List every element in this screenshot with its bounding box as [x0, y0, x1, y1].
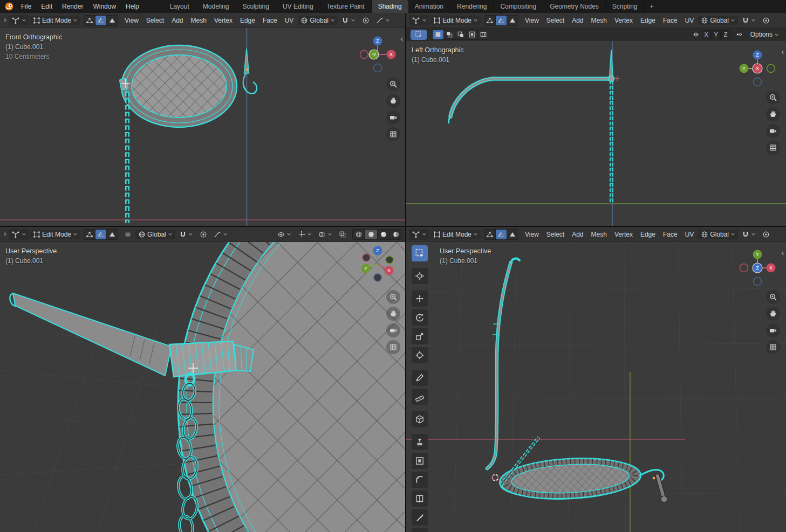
- gizmo-neg-x-ball[interactable]: [740, 264, 748, 272]
- snap-base-button[interactable]: [733, 30, 746, 39]
- mode-select-dropdown[interactable]: Edit Mode: [30, 16, 80, 25]
- monocle-hook-mesh[interactable]: [243, 49, 257, 94]
- menu-view[interactable]: View: [522, 16, 542, 25]
- select-intersect-button[interactable]: [478, 30, 489, 39]
- select-extend-button[interactable]: [444, 30, 455, 39]
- scene-front-ortho[interactable]: [0, 28, 405, 226]
- menu-select[interactable]: Select: [543, 230, 568, 239]
- rendered-shading-button[interactable]: [390, 230, 402, 239]
- menu-vertex[interactable]: Vertex: [211, 16, 236, 25]
- proportional-editing-button[interactable]: [359, 16, 372, 25]
- poly-build-tool[interactable]: [412, 528, 428, 532]
- menu-view[interactable]: View: [522, 230, 542, 239]
- editor-type-button[interactable]: [409, 229, 429, 240]
- camera-view-button[interactable]: [766, 124, 780, 138]
- tab-modeling[interactable]: Modeling: [196, 0, 236, 13]
- toggle-ortho-button[interactable]: [386, 340, 400, 354]
- vertex-select-button[interactable]: [484, 230, 495, 239]
- material-preview-button[interactable]: [378, 230, 389, 239]
- menu-uv[interactable]: UV: [682, 16, 698, 25]
- n-panel-toggle-icon[interactable]: [780, 251, 785, 256]
- face-select-button[interactable]: [107, 16, 118, 25]
- menu-add[interactable]: Add: [168, 16, 186, 25]
- monocle-lens-mesh[interactable]: [178, 242, 405, 532]
- hinge-mesh[interactable]: [609, 76, 614, 82]
- hinge-mesh[interactable]: [119, 78, 128, 90]
- region-expand-icon[interactable]: [3, 232, 8, 237]
- temple-arm-mesh[interactable]: [448, 79, 610, 123]
- menu-uv[interactable]: UV: [682, 230, 698, 239]
- visibility-dropdown[interactable]: [275, 230, 294, 239]
- edge-select-button[interactable]: [496, 230, 507, 239]
- scale-tool[interactable]: [412, 328, 428, 344]
- navigation-gizmo[interactable]: Z Y X: [737, 49, 777, 88]
- wireframe-shading-button[interactable]: [353, 230, 365, 239]
- rotate-tool[interactable]: [412, 309, 428, 326]
- menu-vertex[interactable]: Vertex: [611, 16, 636, 25]
- scene-user-persp-closeup[interactable]: [0, 242, 405, 532]
- add-cube-tool[interactable]: [412, 411, 428, 427]
- navigation-gizmo[interactable]: Z X -Y: [358, 34, 398, 74]
- zoom-button[interactable]: [386, 77, 400, 91]
- menu-mesh[interactable]: Mesh: [588, 16, 610, 25]
- extrude-region-tool[interactable]: [412, 434, 428, 450]
- navigation-gizmo[interactable]: Z X Y: [358, 244, 398, 284]
- tab-animation[interactable]: Animation: [408, 0, 450, 13]
- face-select-button[interactable]: [507, 230, 518, 239]
- measure-tool[interactable]: [412, 389, 428, 405]
- options-dropdown[interactable]: Options: [748, 30, 782, 39]
- face-select-button[interactable]: [107, 230, 118, 239]
- gizmo-neg-z-ball[interactable]: [374, 64, 382, 72]
- move-tool[interactable]: [412, 291, 428, 307]
- mode-select-dropdown[interactable]: Edit Mode: [30, 230, 80, 239]
- pan-button[interactable]: [766, 307, 780, 321]
- selected-vertex[interactable]: [246, 68, 249, 71]
- menu-select[interactable]: Select: [543, 16, 568, 25]
- overlays-dropdown[interactable]: [316, 230, 335, 239]
- active-tool-button[interactable]: [411, 30, 427, 40]
- gizmo-neg-z-ball[interactable]: [754, 278, 762, 286]
- tweak-select-tool[interactable]: [412, 245, 428, 261]
- knife-tool[interactable]: [412, 509, 428, 526]
- edge-select-button[interactable]: [95, 16, 106, 25]
- edge-select-button[interactable]: [95, 230, 106, 239]
- viewport-canvas[interactable]: Front Orthographic (1) Cube.001 10 Centi…: [0, 28, 405, 226]
- menu-mesh[interactable]: Mesh: [588, 230, 610, 239]
- mirror-z-button[interactable]: Z: [721, 30, 730, 39]
- menu-uv[interactable]: UV: [282, 16, 297, 25]
- inset-faces-tool[interactable]: [412, 453, 428, 469]
- tab-geometry-nodes[interactable]: Geometry Nodes: [543, 0, 606, 13]
- camera-view-button[interactable]: [386, 323, 400, 337]
- mirror-y-button[interactable]: Y: [712, 30, 721, 39]
- monocle-lens-mesh[interactable]: [121, 45, 237, 127]
- menu-face[interactable]: Face: [660, 230, 681, 239]
- tab-rendering[interactable]: Rendering: [450, 0, 494, 13]
- menu-vertex[interactable]: Vertex: [611, 230, 636, 239]
- tab-compositing[interactable]: Compositing: [494, 0, 543, 13]
- orientation-dropdown[interactable]: Global: [135, 230, 175, 239]
- proportional-editing-button[interactable]: [760, 16, 773, 25]
- gizmo-neg-y-ball[interactable]: [386, 256, 393, 264]
- mirror-x-button[interactable]: X: [702, 30, 711, 39]
- temple-arm-mesh[interactable]: [10, 293, 172, 376]
- menu-face[interactable]: Face: [259, 16, 281, 25]
- n-panel-toggle-icon[interactable]: [780, 50, 785, 55]
- gizmo-neg-z-ball[interactable]: [754, 78, 762, 86]
- zoom-button[interactable]: [386, 290, 400, 304]
- camera-view-button[interactable]: [766, 323, 780, 337]
- menu-file[interactable]: File: [16, 0, 36, 13]
- vertex-select-button[interactable]: [84, 16, 95, 25]
- selected-vertex[interactable]: [653, 477, 655, 480]
- navigation-gizmo[interactable]: Y X Z: [737, 248, 777, 288]
- vertex-select-button[interactable]: [484, 16, 495, 25]
- orientation-dropdown[interactable]: Global: [698, 230, 738, 239]
- cursor-tool[interactable]: [412, 268, 428, 284]
- blender-logo[interactable]: [4, 2, 14, 11]
- menu-edge[interactable]: Edge: [237, 16, 258, 25]
- zoom-button[interactable]: [766, 290, 780, 304]
- proportional-editing-button[interactable]: [760, 230, 773, 239]
- menu-window[interactable]: Window: [88, 0, 121, 13]
- viewport-canvas[interactable]: Left Orthographic (1) Cube.001 Z Y X: [406, 41, 786, 226]
- pan-button[interactable]: [386, 94, 400, 108]
- select-set-button[interactable]: [433, 30, 443, 39]
